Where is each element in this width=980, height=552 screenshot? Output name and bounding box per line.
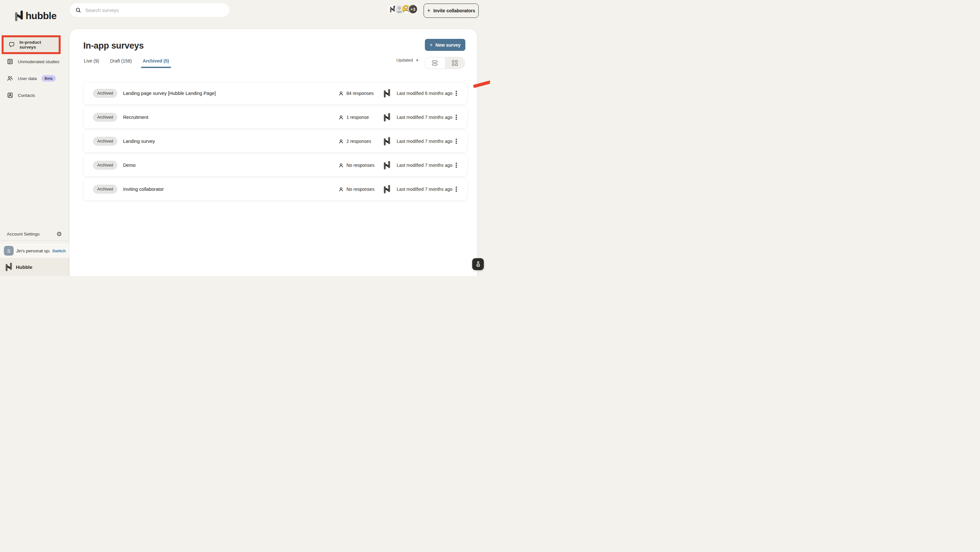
sidebar-item-unmoderated-studies[interactable]: Unmoderated studies	[0, 53, 70, 70]
list-view-icon	[432, 60, 438, 65]
survey-title: Landing page survey [Hubble Landing Page…	[123, 91, 216, 96]
logo-text: hubble	[25, 10, 56, 21]
study-journal-icon	[7, 58, 13, 65]
workspace-switch-link[interactable]: Switch	[52, 249, 66, 253]
survey-row[interactable]: Archived Demo No responses Last modified…	[83, 154, 467, 176]
more-options-button[interactable]	[454, 137, 458, 145]
more-options-button[interactable]	[454, 113, 458, 121]
search-icon	[75, 7, 81, 13]
search-bar[interactable]	[70, 3, 229, 17]
survey-title: Landing survey	[123, 139, 155, 144]
sidebar-item-in-product-surveys[interactable]: In-product surveys	[19, 40, 59, 49]
hubble-mark-icon	[384, 113, 391, 122]
survey-row[interactable]: Archived Recruitment 1 response Last mod…	[83, 106, 467, 128]
responses-cell: 84 responses	[338, 91, 384, 96]
labs-button[interactable]	[472, 258, 484, 270]
collaborator-avatars[interactable]: +3	[388, 4, 418, 14]
users-icon	[7, 75, 13, 82]
survey-row[interactable]: Archived Inviting collaborator No respon…	[83, 178, 467, 200]
responses-count: No responses	[347, 163, 374, 168]
sort-dropdown[interactable]: Updated ▼	[396, 58, 419, 62]
more-options-button[interactable]	[454, 185, 458, 193]
survey-row[interactable]: Archived Landing page survey [Hubble Lan…	[83, 82, 467, 104]
tab-live[interactable]: Live (9)	[83, 56, 100, 68]
workspace-name: Jin's personal spa…	[16, 249, 49, 253]
sidebar-item-label: Unmoderated studies	[18, 59, 59, 64]
survey-list: Archived Landing page survey [Hubble Lan…	[83, 82, 467, 202]
responses-count: 84 responses	[347, 91, 374, 96]
hubble-mark-icon	[5, 262, 12, 271]
invite-collaborators-button[interactable]: + Invite collaborators	[423, 3, 479, 18]
survey-title: Recruitment	[123, 115, 148, 120]
last-modified: Last modified 7 months ago	[397, 139, 454, 144]
person-icon	[338, 163, 344, 168]
tab-bar: Live (9) Draft (158) Archived (5)	[83, 56, 170, 68]
org-label: Hubble	[16, 264, 32, 270]
last-modified: Last modified 7 months ago	[397, 115, 454, 120]
gear-icon[interactable]: ⚙	[56, 231, 62, 237]
sidebar-item-contacts[interactable]: Contacts	[0, 87, 70, 104]
responses-cell: No responses	[338, 187, 384, 192]
workspace-avatar: S	[4, 246, 14, 255]
person-icon	[338, 187, 344, 192]
invite-collaborators-label: Invite collaborators	[433, 8, 475, 13]
responses-cell: 1 response	[338, 115, 384, 120]
account-settings-label: Account Settings	[7, 232, 56, 236]
contacts-book-icon	[7, 92, 13, 98]
status-badge: Archived	[93, 89, 117, 98]
survey-row[interactable]: Archived Landing survey 2 responses Last…	[83, 130, 467, 152]
hubble-logo-icon	[15, 10, 23, 22]
search-input[interactable]	[85, 8, 229, 13]
plus-icon: +	[430, 42, 433, 48]
responses-count: 1 response	[347, 115, 369, 120]
sidebar-item-label: User data	[18, 76, 37, 81]
main-content-panel: In-app surveys + New survey Live (9) Dra…	[70, 29, 477, 276]
survey-title: Demo	[123, 163, 136, 168]
sidebar: hubble In-product surveys Unmoderated st…	[0, 0, 70, 276]
page-title: In-app surveys	[83, 41, 143, 51]
workspace-row[interactable]: S Jin's personal spa… Switch	[0, 244, 70, 258]
tab-archived[interactable]: Archived (5)	[142, 56, 170, 68]
avatar-overflow: +3	[408, 4, 418, 14]
responses-count: 2 responses	[347, 139, 371, 144]
plus-icon: +	[427, 8, 431, 14]
status-badge: Archived	[93, 161, 117, 170]
sort-label: Updated	[396, 58, 413, 62]
flask-icon	[475, 261, 481, 267]
sidebar-item-user-data[interactable]: User data Beta	[0, 70, 70, 87]
last-modified: Last modified 7 months ago	[397, 187, 454, 192]
sidebar-item-label: Contacts	[18, 93, 35, 98]
person-icon	[338, 91, 344, 96]
avatar-overflow-count: +3	[410, 7, 415, 12]
responses-cell: No responses	[338, 163, 384, 168]
status-badge: Archived	[93, 185, 117, 194]
hubble-mark-icon	[384, 161, 391, 170]
tab-draft[interactable]: Draft (158)	[110, 56, 132, 68]
hubble-mark-icon	[384, 185, 391, 194]
last-modified: Last modified 6 months ago	[397, 91, 454, 96]
list-view-button[interactable]	[425, 57, 445, 69]
grid-view-button[interactable]	[445, 57, 465, 69]
person-icon	[338, 115, 344, 120]
last-modified: Last modified 7 months ago	[397, 163, 454, 168]
hubble-mark-icon	[384, 137, 391, 146]
sidebar-divider	[0, 240, 70, 241]
more-options-button[interactable]	[454, 161, 458, 169]
new-survey-button[interactable]: + New survey	[425, 39, 465, 51]
caret-down-icon: ▼	[415, 58, 419, 62]
beta-badge: Beta	[41, 75, 56, 82]
org-row[interactable]: Hubble	[0, 258, 70, 276]
status-badge: Archived	[93, 137, 117, 146]
status-badge: Archived	[93, 113, 117, 122]
annotation-red-box: In-product surveys	[2, 35, 60, 54]
survey-title: Inviting collaborator	[123, 187, 164, 192]
more-options-button[interactable]	[454, 89, 458, 97]
hubble-logo: hubble	[15, 10, 56, 22]
person-icon	[338, 139, 344, 144]
responses-count: No responses	[347, 187, 374, 192]
responses-cell: 2 responses	[338, 139, 384, 144]
annotation-arrow-icon	[471, 71, 490, 89]
view-toggle	[425, 57, 465, 69]
grid-view-icon	[452, 60, 458, 66]
account-settings-row: Account Settings ⚙	[0, 227, 70, 241]
